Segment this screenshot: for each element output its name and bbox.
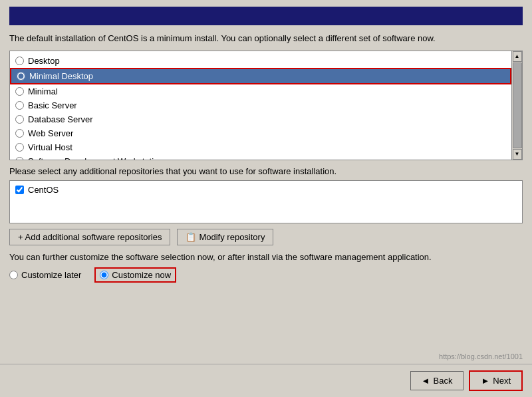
- top-banner: [9, 7, 523, 25]
- software-list-item[interactable]: Minimal Desktop: [10, 68, 511, 84]
- repo-label-text: Please select any additional repositorie…: [9, 166, 523, 178]
- scrollbar-up-button[interactable]: ▲: [513, 51, 522, 62]
- back-button[interactable]: ◄ Back: [410, 371, 464, 390]
- repo-checkbox-0[interactable]: [15, 186, 24, 194]
- software-item-label: Minimal Desktop: [29, 71, 93, 81]
- software-list-item[interactable]: Web Server: [10, 126, 511, 140]
- software-item-label: Software Development Workstation: [28, 156, 164, 160]
- customize-option-1[interactable]: Customize now: [94, 267, 176, 283]
- description-text: The default installation of CentOS is a …: [9, 32, 523, 45]
- bottom-bar: ◄ Back ► Next: [0, 364, 532, 397]
- software-radio-2[interactable]: [15, 87, 24, 96]
- software-item-label: Database Server: [28, 114, 93, 124]
- software-list-item[interactable]: Basic Server: [10, 98, 511, 112]
- software-list-item[interactable]: Virtual Host: [10, 140, 511, 154]
- software-list-item[interactable]: Database Server: [10, 112, 511, 126]
- modify-icon: 📋: [186, 232, 196, 242]
- next-arrow-icon: ►: [481, 376, 489, 386]
- software-radio-4[interactable]: [15, 115, 24, 124]
- software-list-item[interactable]: Minimal: [10, 84, 511, 98]
- software-radio-0[interactable]: [15, 57, 24, 65]
- watermark: https://blog.csdn.net/1001: [439, 352, 523, 360]
- software-radio-7[interactable]: [15, 157, 24, 160]
- customize-desc-text: You can further customize the software s…: [9, 251, 523, 264]
- customize-option-0[interactable]: Customize later: [9, 270, 81, 280]
- software-radio-6[interactable]: [15, 143, 24, 152]
- modify-repo-button[interactable]: 📋 Modify repository: [177, 229, 273, 245]
- customize-option-label: Customize later: [21, 270, 81, 280]
- customize-radio-1[interactable]: [100, 271, 108, 279]
- modify-repo-label: Modify repository: [199, 232, 265, 242]
- back-arrow-icon: ◄: [422, 376, 430, 386]
- add-repo-button[interactable]: + Add additional software repositories: [9, 229, 170, 245]
- software-item-label: Basic Server: [28, 100, 77, 110]
- software-item-label: Virtual Host: [28, 142, 72, 152]
- software-radio-3[interactable]: [15, 101, 24, 110]
- software-list-container: DesktopMinimal DesktopMinimalBasic Serve…: [9, 51, 523, 160]
- software-list-item[interactable]: Desktop: [10, 54, 511, 68]
- buttons-row: + Add additional software repositories 📋…: [9, 229, 523, 245]
- repo-item-label: CentOS: [28, 185, 59, 195]
- software-list: DesktopMinimal DesktopMinimalBasic Serve…: [10, 51, 511, 160]
- software-item-label: Desktop: [28, 56, 60, 66]
- scrollbar-track: [513, 63, 522, 148]
- customize-row: Customize laterCustomize now: [9, 267, 523, 283]
- next-button[interactable]: ► Next: [469, 370, 523, 391]
- repo-item[interactable]: CentOS: [15, 184, 517, 196]
- software-item-label: Web Server: [28, 128, 73, 138]
- software-list-item[interactable]: Software Development Workstation: [10, 154, 511, 160]
- scrollbar-down-button[interactable]: ▼: [513, 149, 522, 160]
- customize-option-label: Customize now: [112, 270, 171, 280]
- software-radio-5[interactable]: [15, 129, 24, 138]
- software-item-label: Minimal: [28, 86, 58, 96]
- next-label: Next: [493, 376, 511, 386]
- customize-radio-0[interactable]: [9, 271, 18, 279]
- back-label: Back: [433, 376, 452, 386]
- repo-list-container: CentOS: [9, 180, 523, 223]
- software-radio-1[interactable]: [17, 72, 25, 80]
- scrollbar[interactable]: ▲ ▼: [511, 51, 522, 160]
